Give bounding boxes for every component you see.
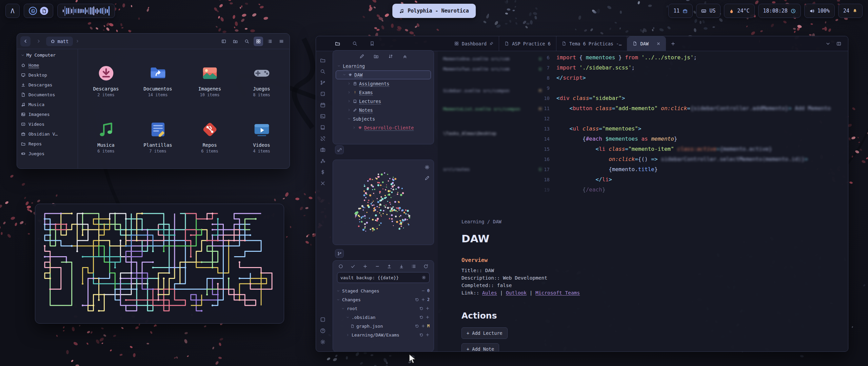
ribbon-calendar-icon[interactable]	[320, 99, 326, 110]
status-pill-temperature[interactable]: 24°C	[724, 4, 754, 18]
sidebar-item-videos[interactable]: Videos	[21, 119, 74, 129]
ribbon-bookicon-icon[interactable]	[320, 122, 326, 133]
new-folder-button[interactable]	[231, 37, 240, 46]
tab-asp-practice-6[interactable]: ASP Practice 6	[499, 36, 556, 51]
forward-button[interactable]	[33, 36, 43, 46]
media-visualizer-widget[interactable]	[57, 4, 115, 18]
clear-icon[interactable]	[421, 275, 426, 280]
back-button[interactable]	[20, 36, 31, 46]
undo-action-icon[interactable]	[415, 298, 419, 302]
commit-all-icon[interactable]	[351, 264, 355, 269]
plus-action-icon[interactable]	[426, 315, 430, 319]
explorer-item-learning[interactable]: Learning	[336, 62, 431, 70]
ribbon-gear-icon[interactable]	[320, 336, 326, 347]
ribbon-branch-icon[interactable]	[320, 77, 326, 88]
git-row-changes[interactable]: Changes2	[333, 295, 434, 304]
now-playing-widget[interactable]: Polyphia - Neurotica	[392, 4, 476, 18]
sidebar-item-home[interactable]: Home	[21, 60, 74, 70]
commit-icon[interactable]	[338, 264, 343, 269]
unstage-all-icon[interactable]	[375, 264, 380, 269]
bookmarks-tab-icon[interactable]	[370, 41, 375, 46]
explorer-item-subjects[interactable]: Subjects	[336, 115, 431, 123]
sidebar-item-descargas[interactable]: Descargas	[21, 80, 74, 90]
git-badge-button[interactable]	[335, 249, 344, 258]
sidebar-item-imagenes[interactable]: Imagenes	[21, 109, 74, 119]
undo-action-icon[interactable]	[419, 315, 423, 319]
graph-view[interactable]	[333, 160, 434, 245]
commit-message-input[interactable]	[340, 275, 419, 280]
folder-imagenes[interactable]: Imagenes10 items	[184, 53, 236, 109]
status-pill-volume[interactable]: 100%	[804, 4, 835, 18]
explorer-item-assignments[interactable]: Assignments	[336, 79, 431, 88]
ribbon-help-icon[interactable]	[320, 325, 326, 336]
folder-repos[interactable]: Repos6 items	[184, 109, 236, 165]
sidebar-item-juegos[interactable]: Juegos	[21, 149, 74, 159]
sort-order-icon[interactable]	[388, 54, 393, 59]
ribbon-tools-icon[interactable]	[320, 178, 326, 189]
graph-filter-icon[interactable]	[425, 176, 430, 181]
ribbon-search-icon[interactable]	[320, 66, 326, 77]
sidebar-item-repos[interactable]: Repos	[21, 139, 74, 149]
ribbon-graphdots-icon[interactable]	[320, 155, 326, 166]
plus-action-icon[interactable]	[421, 298, 425, 302]
folder-descargas[interactable]: Descargas2 items	[80, 53, 132, 109]
ribbon-dice-icon[interactable]	[320, 88, 326, 99]
new-tab-button[interactable]	[666, 41, 680, 46]
note-breadcrumb[interactable]: Learning / DAW	[461, 219, 794, 224]
ribbon-dollar-icon[interactable]	[320, 166, 326, 178]
workspace-2[interactable]	[40, 7, 48, 15]
git-row-obsidian[interactable]: .obsidian	[333, 313, 434, 322]
plus-action-icon[interactable]	[426, 333, 430, 337]
git-row-root[interactable]: root	[333, 304, 434, 313]
git-row-learning-daw-exams[interactable]: Learning/DAW/Exams	[333, 330, 434, 339]
folder-documentos[interactable]: Documentos14 items	[132, 53, 184, 109]
folder-musica[interactable]: Musica6 items	[80, 109, 132, 165]
plus-action-icon[interactable]	[421, 324, 425, 328]
change-list-icon[interactable]	[411, 264, 416, 269]
sidebar-item-desktop[interactable]: Desktop	[21, 70, 74, 80]
search-tab-icon[interactable]	[352, 41, 357, 46]
tab-close-icon[interactable]	[656, 42, 660, 46]
breadcrumb[interactable]: matt	[46, 37, 73, 46]
undo-action-icon[interactable]	[419, 333, 423, 337]
push-icon[interactable]	[387, 264, 392, 269]
pull-icon[interactable]	[399, 264, 404, 269]
menu-button[interactable]	[277, 37, 286, 46]
sidebar-toggle-button[interactable]	[219, 37, 229, 46]
undo-action-icon[interactable]	[419, 306, 423, 310]
folder-juegos[interactable]: Juegos8 items	[236, 53, 288, 109]
refresh-icon[interactable]	[423, 264, 428, 269]
status-pill-updates[interactable]: 11	[668, 4, 693, 18]
undo-action-icon[interactable]	[415, 324, 419, 328]
folder-plantillas[interactable]: Plantillas7 items	[132, 109, 184, 165]
minus-action-icon[interactable]	[421, 289, 425, 293]
ribbon-folder-icon[interactable]	[320, 55, 326, 66]
grid-view-button[interactable]	[254, 37, 263, 46]
note-link-aules[interactable]: Aules	[482, 290, 497, 296]
tab-daw[interactable]: DAW	[627, 36, 666, 51]
search-button[interactable]	[242, 37, 252, 46]
add-note-button[interactable]: + Add Note	[461, 343, 499, 352]
list-view-button[interactable]	[265, 37, 275, 46]
git-row-staged-changes[interactable]: Staged Changes0	[333, 286, 434, 295]
ribbon-unlink-icon[interactable]	[320, 133, 326, 144]
files-tab-icon[interactable]	[335, 41, 340, 46]
explorer-item-exams[interactable]: Exams	[336, 88, 431, 97]
sidebar-item-obsidian-v[interactable]: Obsidian V…	[21, 129, 74, 139]
ribbon-terminal-icon[interactable]	[320, 110, 326, 122]
stage-all-icon[interactable]	[363, 264, 368, 269]
sidebar-item-documentos[interactable]: Documentos	[21, 90, 74, 100]
commit-message-field[interactable]	[337, 272, 430, 283]
git-row-graph-json[interactable]: graph.jsonM	[333, 322, 434, 330]
explorer-item-daw[interactable]: DAW	[336, 70, 431, 79]
tab-list-icon[interactable]	[826, 41, 830, 46]
workspaces-widget[interactable]	[24, 4, 53, 18]
status-pill-clock[interactable]: 18:08:28	[758, 4, 801, 18]
explorer-item-desarrollo-cliente[interactable]: Desarrollo-Cliente	[336, 123, 431, 132]
tab-tema-6-pr-cticas[interactable]: Tema 6 Prácticas -…	[556, 36, 627, 51]
app-launcher-button[interactable]: Λ	[5, 4, 20, 18]
ribbon-layoutbox-icon[interactable]	[320, 314, 326, 325]
sidebar-item-musica[interactable]: Musica	[21, 100, 74, 109]
add-lecture-button[interactable]: + Add Lecture	[461, 327, 508, 339]
status-pill-notifications[interactable]: 24	[838, 4, 863, 18]
